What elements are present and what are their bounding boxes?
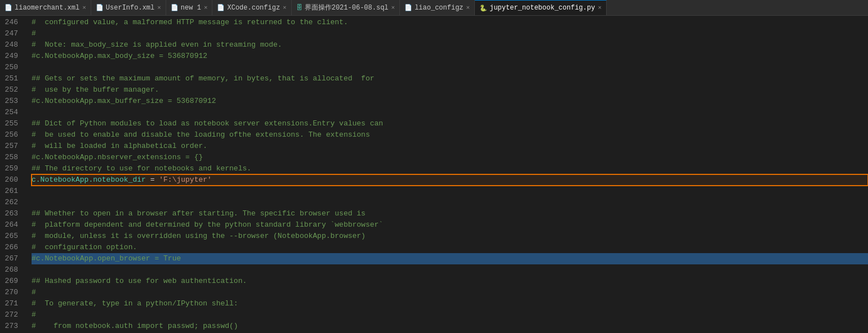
comment-text-265: # module, unless it is overridden using … xyxy=(32,231,366,242)
code-line-267: #c.NotebookApp.open_browser = True xyxy=(32,253,868,264)
code-line-268 xyxy=(32,264,868,276)
comment-text-257: # will be loaded in alphabetical order. xyxy=(32,141,207,152)
code-line-262 xyxy=(32,197,868,208)
line-number-256: 256 xyxy=(0,129,23,141)
tab-close-userinfo[interactable]: × xyxy=(157,4,161,11)
line-number-250: 250 xyxy=(0,62,23,73)
code-line-265: # module, unless it is overridden using … xyxy=(32,231,868,242)
code-line-272: # xyxy=(32,309,868,321)
line-number-267: 267 xyxy=(0,253,23,264)
line-number-273: 273 xyxy=(0,321,23,332)
code-line-253: #c.NotebookApp.max_buffer_size = 5368709… xyxy=(32,96,868,107)
tab-close-liaoconfig[interactable]: × xyxy=(466,4,470,11)
comment-text-263: ## Whether to open in a browser after st… xyxy=(32,208,366,219)
line-number-263: 263 xyxy=(0,208,23,219)
code-line-263: ## Whether to open in a browser after st… xyxy=(32,208,868,219)
comment-text-246: # configured value, a malformed HTTP mes… xyxy=(32,17,348,28)
comment-text-249: #c.NotebookApp.max_body_size = 536870912 xyxy=(32,51,207,62)
code-line-252: # use by the buffer manager. xyxy=(32,84,868,96)
tab-icon-jmcaozuo: 🗄 xyxy=(296,4,302,11)
tab-close-liaomerchant[interactable]: × xyxy=(82,4,86,11)
code-line-247: # xyxy=(32,28,868,39)
code-line-269: ## Hashed password to use for web authen… xyxy=(32,276,868,287)
tab-label-new1: new 1 xyxy=(181,4,201,12)
comment-text-266: # configuration option. xyxy=(32,242,137,253)
code-line-271: # To generate, type in a python/IPython … xyxy=(32,298,868,309)
code-string-260: 'F:\jupyter' xyxy=(159,174,212,186)
tab-close-xcode[interactable]: × xyxy=(283,4,287,11)
comment-text-256: # be used to enable and disable the load… xyxy=(32,129,370,141)
tab-label-jmcaozuo: 界面操作2021-06-08.sql xyxy=(305,3,389,12)
code-line-257: # will be loaded in alphabetical order. xyxy=(32,141,868,152)
line-number-271: 271 xyxy=(0,298,23,309)
tab-close-jupyterconfig[interactable]: × xyxy=(598,4,602,11)
tab-jmcaozuo[interactable]: 🗄界面操作2021-06-08.sql× xyxy=(292,0,400,15)
editor-area: 2462472482492502512522532542552562572582… xyxy=(0,16,868,333)
line-number-261: 261 xyxy=(0,186,23,197)
tab-close-jmcaozuo[interactable]: × xyxy=(391,4,395,11)
tab-xcode[interactable]: 📄XCode.configz× xyxy=(212,0,291,15)
line-number-262: 262 xyxy=(0,197,23,208)
code-line-248: # Note: max_body_size is applied even in… xyxy=(32,39,868,51)
comment-text-255: ## Dict of Python modules to load as not… xyxy=(32,118,383,129)
comment-text-271: # To generate, type in a python/IPython … xyxy=(32,298,238,309)
code-line-270: # xyxy=(32,287,868,298)
tab-new1[interactable]: 📄new 1× xyxy=(166,0,213,15)
comment-text-267: #c.NotebookApp.open_browser = True xyxy=(32,253,181,264)
tab-label-liaomerchant: liaomerchant.xml xyxy=(15,4,79,12)
tab-icon-userinfo: 📄 xyxy=(96,4,104,11)
line-number-265: 265 xyxy=(0,231,23,242)
comment-text-258: #c.NotebookApp.nbserver_extensions = {} xyxy=(32,152,203,163)
code-line-273: # from notebook.auth import passwd; pass… xyxy=(32,321,868,332)
comment-text-252: # use by the buffer manager. xyxy=(32,84,159,96)
tab-close-new1[interactable]: × xyxy=(204,4,208,11)
line-number-248: 248 xyxy=(0,39,23,51)
code-line-254 xyxy=(32,107,868,118)
tab-liaoconfig[interactable]: 📄liao_configz× xyxy=(400,0,475,15)
line-number-253: 253 xyxy=(0,96,23,107)
comment-text-269: ## Hashed password to use for web authen… xyxy=(32,276,247,287)
code-line-266: # configuration option. xyxy=(32,242,868,253)
line-number-272: 272 xyxy=(0,309,23,321)
tab-userinfo[interactable]: 📄UserInfo.xml× xyxy=(91,0,166,15)
comment-text-247: # xyxy=(32,28,36,39)
code-line-261 xyxy=(32,186,868,197)
code-line-260: c.NotebookApp.notebook_dir = 'F:\jupyter… xyxy=(32,174,868,186)
tab-label-liaoconfig: liao_configz xyxy=(415,4,463,12)
comment-text-251: ## Gets or sets the maximum amount of me… xyxy=(32,73,375,84)
code-line-258: #c.NotebookApp.nbserver_extensions = {} xyxy=(32,152,868,163)
comment-text-270: # xyxy=(32,287,36,298)
line-number-249: 249 xyxy=(0,51,23,62)
tab-icon-liaoconfig: 📄 xyxy=(404,4,412,11)
line-number-266: 266 xyxy=(0,242,23,253)
code-key-260: c.NotebookApp.notebook_dir xyxy=(32,174,146,186)
tab-icon-xcode: 📄 xyxy=(217,4,225,11)
line-number-260: 260 xyxy=(0,174,23,186)
comment-text-264: # platform dependent and determined by t… xyxy=(32,219,383,231)
line-number-257: 257 xyxy=(0,141,23,152)
comment-text-259: ## The directory to use for notebooks an… xyxy=(32,163,251,174)
tab-label-jupyterconfig: jupyter_notebook_config.py xyxy=(489,4,595,12)
code-line-256: # be used to enable and disable the load… xyxy=(32,129,868,141)
tab-jupyterconfig[interactable]: 🐍jupyter_notebook_config.py× xyxy=(475,0,607,15)
tab-icon-jupyterconfig: 🐍 xyxy=(479,4,487,12)
comment-text-273: # from notebook.auth import passwd; pass… xyxy=(32,321,238,332)
tab-liaomerchant[interactable]: 📄liaomerchant.xml× xyxy=(0,0,91,15)
code-line-264: # platform dependent and determined by t… xyxy=(32,219,868,231)
line-number-255: 255 xyxy=(0,118,23,129)
tab-icon-liaomerchant: 📄 xyxy=(5,4,12,11)
line-number-269: 269 xyxy=(0,276,23,287)
line-number-270: 270 xyxy=(0,287,23,298)
tab-bar: 📄liaomerchant.xml×📄UserInfo.xml×📄new 1×📄… xyxy=(0,0,868,16)
code-op-260: = xyxy=(146,174,159,186)
code-content[interactable]: # configured value, a malformed HTTP mes… xyxy=(27,16,868,333)
code-line-250 xyxy=(32,62,868,73)
code-line-249: #c.NotebookApp.max_body_size = 536870912 xyxy=(32,51,868,62)
line-numbers: 2462472482492502512522532542552562572582… xyxy=(0,16,27,333)
tab-icon-new1: 📄 xyxy=(171,4,179,11)
code-line-246: # configured value, a malformed HTTP mes… xyxy=(32,17,868,28)
line-number-254: 254 xyxy=(0,107,23,118)
line-number-252: 252 xyxy=(0,84,23,96)
line-number-246: 246 xyxy=(0,17,23,28)
line-number-247: 247 xyxy=(0,28,23,39)
